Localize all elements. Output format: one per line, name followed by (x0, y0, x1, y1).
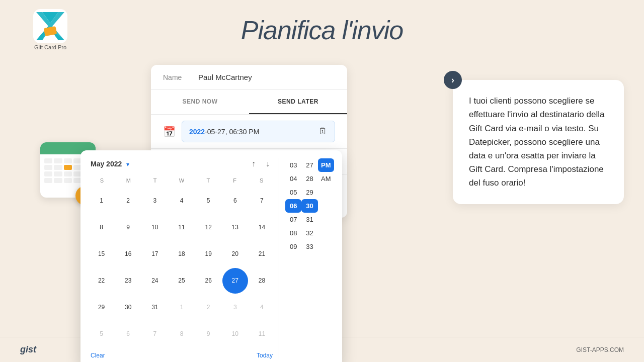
ampm-cell[interactable]: PM (318, 158, 334, 172)
send-later-tab[interactable]: SEND LATER (249, 90, 347, 114)
day-headers: S M T W T F S (89, 175, 275, 186)
footer-url: GIST-APPS.COM (576, 346, 624, 353)
calendar-day[interactable]: 1 (169, 295, 194, 320)
calendar-day[interactable]: 23 (115, 268, 141, 294)
calendar-day[interactable]: 7 (249, 188, 275, 213)
calendar-day[interactable]: 22 (89, 268, 114, 294)
date-input[interactable]: 2022-05-27, 06:30 PM 🗓 (182, 121, 335, 142)
app-logo (33, 9, 67, 43)
cal-next-btn[interactable]: ↓ (263, 158, 273, 169)
cal-cell (64, 178, 72, 183)
calendar-day[interactable]: 3 (222, 295, 248, 320)
calendar-day[interactable]: 8 (89, 214, 114, 240)
day-header-t1: T (142, 175, 169, 186)
name-label: Name (163, 73, 198, 81)
today-button[interactable]: Today (257, 352, 273, 359)
main-content: + Name Paul McCartney SEND NOW SEND LATE… (0, 65, 644, 218)
calendar-day[interactable]: 7 (142, 321, 168, 347)
date-year: 2022 (189, 128, 205, 136)
ampm-cell (318, 213, 334, 226)
hour-cell[interactable]: 03 (285, 158, 301, 172)
hour-cell[interactable]: 04 (285, 172, 301, 186)
minute-cell[interactable]: 32 (301, 226, 317, 240)
footer-logo: gist (20, 344, 36, 355)
logo-area: Gift Card Pro (20, 9, 80, 51)
calendar-day[interactable]: 6 (115, 321, 141, 347)
calendar-day[interactable]: 25 (169, 268, 194, 294)
calendar-day[interactable]: 24 (142, 268, 168, 294)
calendar-day[interactable]: 30 (115, 295, 141, 320)
calendar-day[interactable]: 27 (222, 268, 248, 294)
minute-cell[interactable]: 28 (301, 172, 317, 186)
calendar-day[interactable]: 26 (196, 268, 221, 294)
send-now-tab[interactable]: SEND NOW (151, 90, 249, 114)
ampm-cell (318, 199, 334, 213)
hour-cell[interactable]: 05 (285, 186, 301, 199)
minute-cell[interactable]: 31 (301, 213, 317, 226)
month-dropdown-icon[interactable]: ▾ (126, 161, 129, 168)
cal-cell (44, 158, 52, 163)
header: Gift Card Pro Pianifica l'invio (0, 0, 644, 60)
minute-cell[interactable]: 27 (301, 158, 317, 172)
hour-cell[interactable]: 09 (285, 240, 301, 253)
calendar-nav: ↑ ↓ (249, 158, 273, 169)
time-row: 0327PM (285, 158, 334, 172)
minute-cell[interactable]: 33 (301, 240, 317, 253)
cal-cell (44, 178, 52, 183)
calendar-day[interactable]: 4 (169, 188, 194, 213)
name-row: Name Paul McCartney (151, 65, 347, 90)
calendar-day[interactable]: 3 (142, 188, 168, 213)
ampm-cell (318, 226, 334, 240)
clear-button[interactable]: Clear (91, 352, 105, 359)
calendar-day[interactable]: 6 (222, 188, 248, 213)
time-rows: 0327PM0428AM05290630073108320933 (285, 158, 334, 253)
hour-cell[interactable]: 08 (285, 226, 301, 240)
hour-cell[interactable]: 06 (285, 199, 301, 213)
calendar-day[interactable]: 18 (169, 241, 194, 266)
app-logo-label: Gift Card Pro (34, 44, 66, 51)
day-header-t2: T (195, 175, 221, 186)
calendar-day[interactable]: 1 (89, 188, 114, 213)
time-row: 0630 (285, 199, 334, 213)
minute-cell[interactable]: 29 (301, 186, 317, 199)
calendar-day[interactable]: 12 (196, 214, 221, 240)
hour-cell[interactable]: 07 (285, 213, 301, 226)
calendar-day[interactable]: 20 (222, 241, 248, 266)
calendar-day[interactable]: 9 (196, 321, 221, 347)
calendar-day[interactable]: 16 (115, 241, 141, 266)
send-tabs: SEND NOW SEND LATER (151, 90, 347, 115)
calendar-day[interactable]: 8 (169, 321, 194, 347)
calendar-day[interactable]: 10 (222, 321, 248, 347)
info-box: › I tuoi clienti possono scegliere se ef… (453, 80, 624, 204)
minute-cell[interactable]: 30 (301, 199, 317, 213)
calendar-day[interactable]: 2 (196, 295, 221, 320)
calendar-day[interactable]: 13 (222, 214, 248, 240)
calendar-day[interactable]: 28 (249, 268, 275, 294)
calendar-day[interactable]: 5 (196, 188, 221, 213)
calendar-day[interactable]: 15 (89, 241, 114, 266)
cal-prev-btn[interactable]: ↑ (249, 158, 259, 169)
calendar-day[interactable]: 9 (115, 214, 141, 240)
calendar-day[interactable]: 14 (249, 214, 275, 240)
calendar-toggle-icon[interactable]: 🗓 (318, 126, 328, 137)
calendar-grid: S M T W T F S 12345678910111213141516171… (89, 175, 275, 347)
time-picker-section: 0327PM0428AM05290630073108320933 (279, 158, 334, 359)
calendar-day[interactable]: 5 (89, 321, 114, 347)
ui-mockup-area: + Name Paul McCartney SEND NOW SEND LATE… (20, 65, 433, 218)
calendar-day[interactable]: 11 (169, 214, 194, 240)
calendar-day[interactable]: 31 (142, 295, 168, 320)
cal-cell (54, 158, 62, 163)
calendar-day[interactable]: 21 (249, 241, 275, 266)
ampm-cell[interactable]: AM (318, 172, 334, 186)
calendar-day[interactable]: 2 (115, 188, 141, 213)
calendar-day[interactable]: 11 (249, 321, 275, 347)
calendar-day[interactable]: 17 (142, 241, 168, 266)
calendar-day[interactable]: 29 (89, 295, 114, 320)
calendar-day[interactable]: 10 (142, 214, 168, 240)
info-text: I tuoi clienti possono scegliere se effe… (469, 94, 608, 190)
calendar-day[interactable]: 4 (249, 295, 275, 320)
datepicker-popup: May 2022 ▾ ↑ ↓ S M T W T F (80, 150, 342, 362)
calendar-day[interactable]: 19 (196, 241, 221, 266)
calendar-section: May 2022 ▾ ↑ ↓ S M T W T F (89, 158, 275, 359)
cal-cell (54, 165, 62, 170)
